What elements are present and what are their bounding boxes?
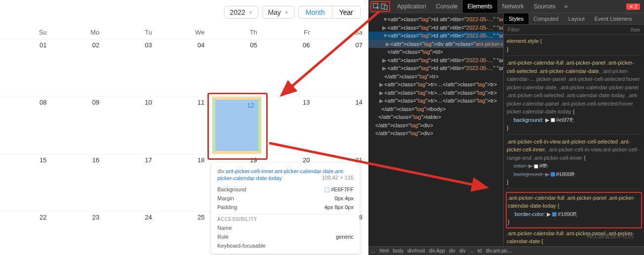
element-tree-line[interactable]: </attr">class="tag">tr>	[368, 73, 503, 81]
devtools-tab-sources[interactable]: Sources	[529, 0, 561, 13]
css-rule[interactable]: .ant-picker-calendar-full .ant-picker-pa…	[506, 192, 642, 228]
tooltip-name-row: Name	[217, 225, 354, 231]
view-month-button[interactable]: Month	[299, 6, 332, 18]
element-tree-line[interactable]: ▶<attr">class="tag">tr>…</attr">class="t…	[368, 89, 503, 97]
devtools-tab-elements[interactable]: Elements	[463, 0, 497, 13]
devtools-tab-network[interactable]: Network	[497, 0, 529, 13]
calendar-cell[interactable]: 13	[263, 97, 316, 154]
chevron-down-icon: ▼	[284, 10, 289, 15]
breadcrumb-item[interactable]: div.App	[429, 248, 445, 254]
element-tree-line[interactable]: </attr">class="tag">div>	[368, 121, 503, 130]
hov-toggle[interactable]: :hov	[626, 25, 644, 35]
tooltip-kbd-row: Keyboard-focusable	[217, 243, 354, 249]
calendar-cell[interactable]: 10	[105, 97, 158, 154]
breadcrumb-item[interactable]: ...	[470, 248, 474, 254]
weekday-header: Fr	[263, 25, 316, 39]
styles-tab-computed[interactable]: Computed	[528, 13, 564, 24]
breadcrumb-item[interactable]: div#root	[407, 248, 425, 254]
element-tree-line[interactable]: ▼<attr">class="tag">td attr">title="2022…	[368, 32, 503, 40]
breadcrumb-item[interactable]: body	[393, 248, 403, 254]
styles-filter-bar: :hov	[504, 25, 644, 35]
weekday-header: Th	[210, 25, 263, 39]
month-select[interactable]: May ▼	[262, 6, 294, 19]
breadcrumb-item[interactable]: td	[478, 248, 482, 254]
element-tree-line[interactable]: ▼<attr">class="tag">td attr">title="2022…	[368, 15, 503, 24]
more-tabs-icon[interactable]: »	[561, 0, 572, 13]
breadcrumb-item[interactable]: ...	[371, 248, 375, 254]
chevron-down-icon: ▼	[248, 10, 253, 15]
element-tree-line[interactable]: ▶<attr">class="tag">div attr">class="ant…	[368, 40, 503, 48]
styles-filter-input[interactable]	[504, 25, 626, 35]
tooltip-padding-row: Padding4px 8px 0px	[217, 204, 354, 210]
element-tree-line[interactable]: ▶<attr">class="tag">td attr">title="2022…	[368, 24, 503, 32]
calendar-panel: 2022 ▼ May ▼ Month Year SuMoTuWeThFrSa 0…	[0, 0, 368, 255]
breadcrumb-item[interactable]: div	[449, 248, 455, 254]
calendar-cell[interactable]: 17	[105, 154, 158, 212]
element-tree-line[interactable]: ▶<attr">class="tag">tr>…</attr">class="t…	[368, 80, 503, 89]
tooltip-margin-row: Margin0px 4px	[217, 195, 354, 201]
calendar-cell[interactable]: 22	[0, 212, 53, 255]
calendar-cell[interactable]: 18	[158, 154, 211, 212]
element-tree-line[interactable]: ▶<attr">class="tag">td attr">title="2022…	[368, 56, 503, 65]
breadcrumb-item[interactable]: div	[459, 248, 466, 254]
element-tree-line[interactable]: </attr">class="tag">table>	[368, 113, 503, 121]
year-label: 2022	[230, 8, 245, 16]
calendar-cell[interactable]: 25	[158, 212, 211, 255]
calendar-cell[interactable]: 07	[316, 39, 368, 97]
breadcrumb-item[interactable]: div.ant-pic...	[485, 248, 512, 254]
tooltip-accessibility-header: ACCESSIBILITY	[217, 217, 354, 222]
element-tree-line[interactable]: </attr">class="tag">div>	[368, 129, 503, 138]
calendar-cell[interactable]: 09	[53, 97, 106, 154]
inspector-icon-group	[370, 1, 390, 12]
calendar-cell[interactable]: 03	[105, 39, 158, 97]
view-year-button[interactable]: Year	[332, 6, 360, 18]
breadcrumb[interactable]: ...htmlbodydiv#rootdiv.Appdivdiv...tddiv…	[368, 246, 644, 255]
calendar-header: 2022 ▼ May ▼ Month Year	[0, 0, 368, 25]
css-rule[interactable]: .ant-picker-cell-in-view.ant-picker-cell…	[507, 138, 641, 189]
weekday-header: Mo	[53, 25, 106, 39]
breadcrumb-item[interactable]: html	[379, 248, 389, 254]
element-picker-icon[interactable]	[372, 2, 380, 10]
tooltip-role-row: Rolegeneric	[217, 234, 354, 240]
styles-pane: StylesComputedLayoutEvent Listeners :hov…	[503, 13, 644, 246]
styles-tab-layout[interactable]: Layout	[564, 13, 590, 24]
calendar-cell[interactable]: 05	[210, 39, 263, 97]
calendar-cell[interactable]: 08	[0, 97, 53, 154]
styles-tab-event-listeners[interactable]: Event Listeners	[590, 13, 637, 24]
calendar-cell[interactable]: 16	[53, 154, 106, 212]
styles-rules[interactable]: element.style {}.ant-picker-calendar-ful…	[504, 35, 644, 246]
year-select[interactable]: 2022 ▼	[224, 6, 258, 19]
weekday-header: Tu	[105, 25, 158, 39]
devtools-tabs: ApplicationConsoleElementsNetworkSources…	[368, 0, 644, 13]
watermark: 稀土掘金技术社区	[587, 232, 634, 240]
css-rule[interactable]: element.style {}	[507, 37, 641, 56]
calendar-cell[interactable]: 06	[263, 39, 316, 97]
month-label: May	[268, 8, 281, 16]
calendar-cell[interactable]: 15	[0, 154, 53, 212]
device-toggle-icon[interactable]	[380, 2, 388, 10]
calendar-cell[interactable]: 11	[158, 97, 211, 154]
devtools-tab-application[interactable]: Application	[392, 0, 431, 13]
tooltip-dimensions: 100.42 × 116	[322, 175, 354, 181]
element-tree-line[interactable]: ▶<attr">class="tag">td attr">title="2022…	[368, 64, 503, 73]
calendar-cell[interactable]: 12	[210, 97, 263, 154]
error-count-badge[interactable]: ✕ 2	[626, 3, 640, 10]
devtools-panel: ApplicationConsoleElementsNetworkSources…	[368, 0, 644, 255]
calendar-cell[interactable]: 23	[53, 212, 106, 255]
element-tree-line[interactable]: </attr">class="tag">tbody>	[368, 105, 503, 113]
element-tree-line[interactable]: </attr">class="tag">td>	[368, 48, 503, 56]
calendar-cell[interactable]: 24	[105, 212, 158, 255]
weekday-header: Sa	[316, 25, 368, 39]
calendar-cell[interactable]: 04	[158, 39, 211, 97]
devtools-tab-console[interactable]: Console	[431, 0, 463, 13]
element-tree-line[interactable]: ▶<attr">class="tag">tr>…</attr">class="t…	[368, 97, 503, 105]
calendar-cell[interactable]: 14	[316, 97, 368, 154]
tooltip-background-row: Background #E6F7FF	[217, 186, 354, 192]
weekday-header: Su	[0, 25, 53, 39]
styles-tab-styles[interactable]: Styles	[504, 13, 528, 24]
elements-tree[interactable]: ▼<attr">class="tag">td attr">title="2022…	[368, 13, 503, 246]
calendar-cell[interactable]: 01	[0, 39, 53, 97]
calendar-cell[interactable]: 02	[53, 39, 106, 97]
view-mode-radio: Month Year	[298, 6, 361, 19]
css-rule[interactable]: .ant-picker-calendar-full .ant-picker-pa…	[507, 59, 641, 135]
